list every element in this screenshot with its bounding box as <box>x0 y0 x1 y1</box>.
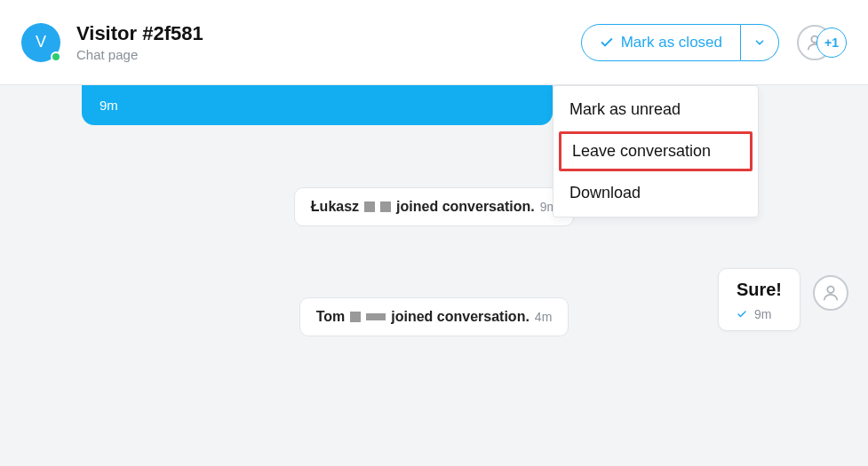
dropdown-item-mark-unread[interactable]: Mark as unread <box>553 90 758 130</box>
mark-closed-dropdown-button[interactable] <box>741 24 779 61</box>
event-user-name: Łukasz <box>311 199 359 215</box>
agent-avatar[interactable] <box>813 275 848 311</box>
presence-indicator <box>51 51 61 62</box>
visitor-avatar-wrap: V <box>21 23 60 62</box>
event-action: joined conversation. <box>391 309 530 325</box>
plus-label: +1 <box>824 36 839 50</box>
title-block: Visitor #2f581 Chat page <box>76 22 581 62</box>
avatar-initial: V <box>36 33 46 51</box>
actions-dropdown: Mark as unread Leave conversation Downlo… <box>553 85 759 217</box>
visitor-message-bubble: 9m <box>82 85 553 125</box>
dropdown-item-download[interactable]: Download <box>553 173 758 213</box>
page-subtitle: Chat page <box>76 47 581 62</box>
system-event-pill: Łukasz joined conversation. 9m <box>294 187 574 226</box>
message-time: 9m <box>100 98 118 113</box>
dropdown-label: Mark as unread <box>569 100 681 118</box>
redacted-icon <box>366 313 386 320</box>
mark-closed-label: Mark as closed <box>621 34 722 51</box>
chat-area: 9m Mark as unread Leave conversation Dow… <box>0 85 868 354</box>
redacted-icon <box>364 201 375 212</box>
mark-as-closed-button[interactable]: Mark as closed <box>581 24 741 61</box>
dropdown-item-leave-conversation[interactable]: Leave conversation <box>559 131 753 171</box>
event-user-name: Tom <box>316 309 346 325</box>
add-participant-button[interactable]: +1 <box>816 28 847 58</box>
agent-message-bubble: Sure! 9m <box>718 268 800 331</box>
header-actions: Mark as closed +1 <box>581 24 847 61</box>
redacted-icon <box>380 201 391 212</box>
svg-point-1 <box>827 287 833 293</box>
dropdown-label: Leave conversation <box>572 142 711 160</box>
check-icon <box>737 309 747 320</box>
event-action: joined conversation. <box>396 199 535 215</box>
message-text: Sure! <box>737 280 782 300</box>
page-title: Visitor #2f581 <box>76 22 581 45</box>
dropdown-label: Download <box>569 184 641 201</box>
message-time: 9m <box>754 307 771 321</box>
check-icon <box>600 36 614 50</box>
participant-avatars: +1 <box>797 25 847 60</box>
system-event-pill: Tom joined conversation. 4m <box>299 297 569 336</box>
redacted-icon <box>350 312 361 322</box>
header-bar: V Visitor #2f581 Chat page Mark as close… <box>0 0 868 85</box>
mark-closed-group: Mark as closed <box>581 24 779 61</box>
chevron-down-icon <box>753 36 766 49</box>
message-meta: 9m <box>737 307 782 321</box>
event-time: 4m <box>535 310 552 324</box>
